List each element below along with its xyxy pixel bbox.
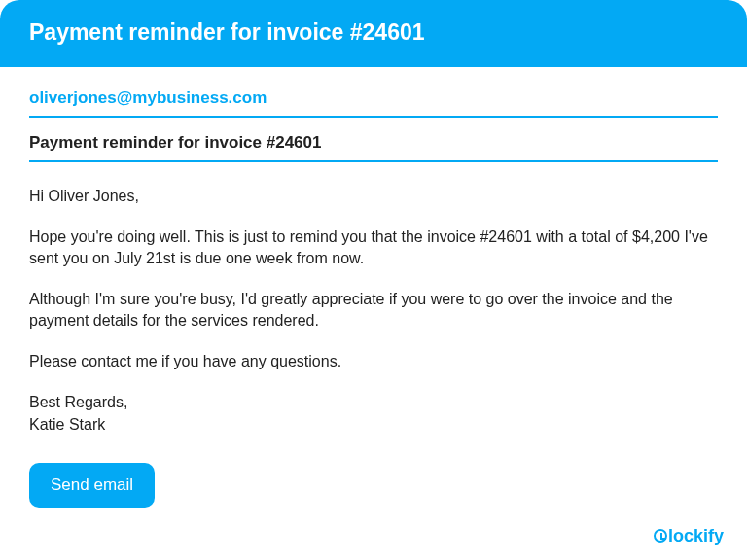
body-paragraph-3: Please contact me if you have any questi… <box>29 351 718 372</box>
email-compose-card: Payment reminder for invoice #24601 oliv… <box>0 0 747 560</box>
recipient-field[interactable]: oliverjones@mybusiness.com <box>29 88 718 118</box>
brand-text: lockify <box>668 526 724 545</box>
card-content: oliverjones@mybusiness.com Payment remin… <box>0 67 747 508</box>
greeting-text: Hi Oliver Jones, <box>29 186 718 207</box>
signoff-name: Katie Stark <box>29 414 718 436</box>
card-header: Payment reminder for invoice #24601 <box>0 0 747 67</box>
body-paragraph-1: Hope you're doing well. This is just to … <box>29 227 718 269</box>
header-title: Payment reminder for invoice #24601 <box>29 19 425 45</box>
brand-logo: lockify <box>654 526 724 546</box>
clock-icon <box>654 529 667 542</box>
body-paragraph-2: Although I'm sure you're busy, I'd great… <box>29 289 718 332</box>
signoff-block: Best Regards, Katie Stark <box>29 392 718 435</box>
subject-field[interactable]: Payment reminder for invoice #24601 <box>29 118 718 162</box>
send-email-button[interactable]: Send email <box>29 463 155 508</box>
email-body[interactable]: Hi Oliver Jones, Hope you're doing well.… <box>29 162 718 436</box>
signoff-regards: Best Regards, <box>29 392 718 413</box>
